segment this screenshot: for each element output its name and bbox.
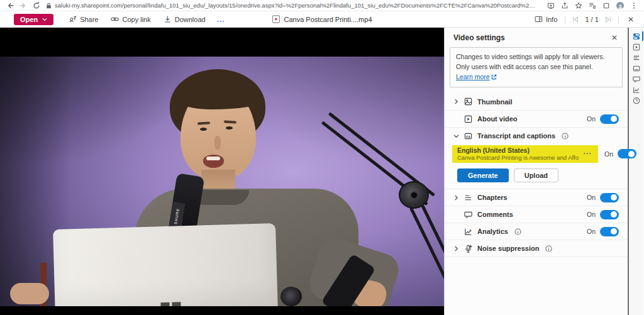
caption-language-section: English (United States) Canva Postcard P… — [445, 144, 628, 189]
noise-suppression-label: Noise suppression — [477, 245, 539, 252]
external-link-icon — [491, 74, 497, 80]
about-video-row: About video On — [445, 110, 628, 127]
info-pane-icon — [535, 15, 543, 23]
comments-toggle[interactable] — [600, 210, 619, 219]
panel-notice: Changes to video settings will apply for… — [450, 47, 623, 87]
secure-lock-icon — [46, 3, 52, 9]
chapters-toggle[interactable] — [600, 193, 619, 202]
comments-icon — [464, 211, 472, 219]
presenter-nose — [214, 136, 221, 150]
side-rail — [629, 28, 643, 315]
chapters-label: Chapters — [477, 194, 508, 201]
toggle-state-label: On — [604, 150, 613, 158]
rail-comments-button[interactable] — [629, 74, 643, 84]
close-panel-button[interactable]: ✕ — [609, 33, 620, 42]
captions-toggle[interactable] — [618, 149, 636, 158]
noise-suppression-icon — [464, 245, 472, 253]
rail-transcript-button[interactable] — [629, 53, 643, 62]
transcript-icon — [633, 54, 640, 62]
about-video-toggle[interactable] — [600, 114, 619, 124]
command-bar: Open Share Copy link Download ... Canva … — [0, 11, 644, 28]
analytics-toggle[interactable] — [600, 227, 619, 236]
divider: | — [618, 15, 619, 24]
boom-arm-segment — [407, 201, 444, 300]
presenter-mouth — [203, 155, 224, 168]
chevron-down-icon[interactable] — [453, 133, 459, 139]
share-button[interactable]: Share — [62, 15, 104, 23]
divider: | — [564, 15, 566, 24]
send-to-device-icon[interactable] — [547, 2, 555, 9]
boom-arm-knob — [280, 287, 302, 306]
video-settings-panel: Video settings ✕ Changes to video settin… — [444, 28, 628, 315]
chapters-row[interactable]: Chapters On — [445, 189, 628, 206]
bookmark-star-icon[interactable] — [575, 2, 582, 9]
video-player[interactable]: SHURE — [0, 28, 444, 315]
caption-more-button[interactable]: ··· — [582, 150, 593, 157]
video-file-icon — [272, 15, 280, 23]
chapters-panel-icon — [633, 65, 640, 72]
thumbnail-row[interactable]: Thumbnail — [445, 93, 628, 110]
info-button[interactable]: Info — [533, 15, 558, 23]
rail-video-button[interactable] — [629, 42, 643, 52]
info-circle-icon[interactable] — [562, 133, 569, 140]
document-title: Canva Postcard Printi....mp4 — [272, 15, 372, 23]
comments-label: Comments — [477, 211, 513, 218]
forward-icon[interactable] — [19, 2, 27, 9]
transcript-row[interactable]: Transcript and captions — [445, 127, 628, 144]
open-button[interactable]: Open — [14, 14, 53, 25]
about-video-label: About video — [477, 115, 518, 123]
generate-button[interactable]: Generate — [457, 169, 509, 182]
analytics-icon — [464, 228, 472, 236]
info-circle-icon[interactable] — [545, 245, 552, 252]
panel-title: Video settings — [453, 33, 505, 42]
chevron-right-icon[interactable] — [453, 246, 459, 251]
copy-link-label: Copy link — [122, 16, 150, 23]
viewer-controls: Info | 1 / 1 | ✕ — [533, 15, 636, 24]
chapters-icon — [464, 194, 472, 202]
link-icon — [111, 15, 119, 23]
presenter-eye — [226, 126, 233, 130]
browser-actions — [547, 2, 638, 9]
reading-list-icon[interactable] — [589, 2, 596, 9]
profile-avatar[interactable] — [616, 2, 624, 9]
help-icon — [633, 97, 640, 104]
chevron-right-icon[interactable] — [453, 195, 459, 201]
noise-suppression-row[interactable]: Noise suppression — [445, 240, 628, 257]
previous-item-icon[interactable] — [572, 16, 579, 23]
browser-chrome: saluki-my.sharepoint.com/personal/lindaf… — [0, 0, 644, 11]
boom-arm-joint — [399, 181, 429, 209]
next-item-icon[interactable] — [604, 16, 612, 23]
comments-row: Comments On — [445, 206, 628, 223]
rail-settings-button[interactable] — [629, 31, 643, 41]
reload-icon[interactable] — [33, 2, 40, 9]
tab-icon[interactable] — [602, 2, 610, 9]
thumbnail-icon — [464, 97, 472, 106]
copy-link-button[interactable]: Copy link — [104, 15, 157, 23]
presenter-eye — [200, 128, 207, 131]
close-viewer-button[interactable]: ✕ — [625, 15, 636, 24]
learn-more-link[interactable]: Learn more — [456, 73, 490, 80]
rail-chapters-button[interactable] — [629, 64, 643, 73]
rail-analytics-button[interactable] — [629, 85, 643, 94]
transcript-label: Transcript and captions — [477, 132, 555, 140]
analytics-row: Analytics On — [445, 223, 628, 240]
rail-help-button[interactable] — [629, 96, 643, 105]
chevron-right-icon[interactable] — [453, 99, 459, 104]
download-label: Download — [175, 16, 206, 23]
kebab-menu-icon[interactable] — [630, 2, 638, 9]
back-icon[interactable] — [6, 2, 14, 9]
toggle-state-label: On — [587, 194, 596, 201]
main-content: SHURE Video settings ✕ Changes to video … — [0, 28, 644, 315]
presenter-hand — [10, 283, 49, 304]
address-bar[interactable]: saluki-my.sharepoint.com/personal/lindaf… — [46, 2, 536, 9]
download-button[interactable]: Download — [157, 15, 212, 23]
upload-button[interactable]: Upload — [514, 169, 558, 182]
share-icon — [69, 15, 77, 23]
analytics-panel-icon — [633, 86, 640, 94]
toggle-state-label: On — [587, 115, 596, 123]
share-page-icon[interactable] — [561, 2, 569, 9]
panel-empty-space — [445, 257, 628, 315]
laptop-logo — [160, 302, 180, 306]
info-circle-icon[interactable] — [514, 228, 521, 235]
more-commands-button[interactable]: ... — [212, 15, 230, 24]
